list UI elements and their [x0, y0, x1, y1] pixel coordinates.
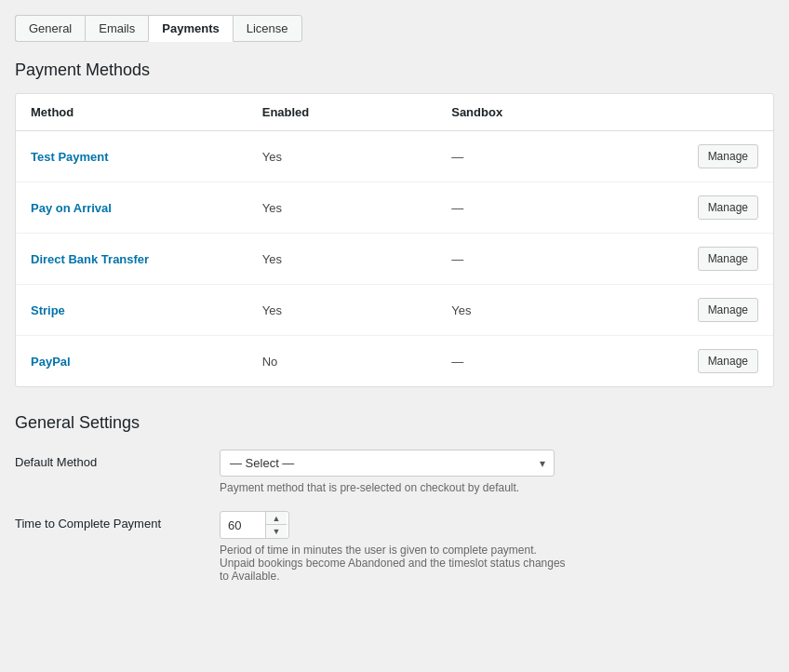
table-row: Direct Bank Transfer Yes — Manage [16, 234, 773, 285]
enabled-cell-test-payment: Yes [247, 131, 437, 182]
time-to-complete-input-row: ▲ ▼ [220, 511, 289, 539]
manage-button-direct-bank-transfer[interactable]: Manage [698, 247, 758, 271]
time-to-complete-input[interactable] [221, 514, 265, 537]
default-method-select-wrapper: — Select —Test PaymentPay on ArrivalDire… [220, 450, 555, 477]
default-method-control: — Select —Test PaymentPay on ArrivalDire… [220, 450, 774, 494]
table-row: Test Payment Yes — Manage [16, 131, 773, 182]
payment-methods-table: Method Enabled Sandbox Test Payment Yes … [16, 94, 773, 386]
tab-general[interactable]: General [15, 15, 85, 42]
manage-button-paypal[interactable]: Manage [698, 349, 758, 373]
manage-button-pay-on-arrival[interactable]: Manage [698, 195, 758, 220]
enabled-cell-stripe: Yes [247, 285, 437, 336]
time-to-complete-label: Time to Complete Payment [15, 511, 201, 531]
col-header-manage [647, 94, 773, 131]
sandbox-cell-paypal: — [436, 336, 647, 387]
col-header-method: Method [16, 94, 247, 131]
payment-methods-title: Payment Methods [15, 60, 774, 80]
col-header-sandbox: Sandbox [436, 94, 647, 131]
page-wrapper: General Emails Payments License Payment … [0, 0, 789, 672]
method-link-direct-bank-transfer[interactable]: Direct Bank Transfer [31, 252, 149, 266]
general-settings-title: General Settings [15, 413, 774, 433]
col-header-enabled: Enabled [247, 94, 437, 131]
sandbox-cell-test-payment: — [436, 131, 647, 182]
enabled-cell-direct-bank-transfer: Yes [247, 234, 437, 285]
table-header-row: Method Enabled Sandbox [16, 94, 773, 131]
sandbox-cell-stripe: Yes [436, 285, 647, 336]
method-link-stripe[interactable]: Stripe [31, 303, 65, 317]
default-method-label: Default Method [15, 450, 201, 469]
table-row: Stripe Yes Yes Manage [16, 285, 773, 336]
default-method-row: Default Method — Select —Test PaymentPay… [15, 450, 774, 494]
tabs-bar: General Emails Payments License [15, 15, 774, 42]
table-row: PayPal No — Manage [16, 336, 773, 387]
tab-license[interactable]: License [233, 15, 302, 42]
time-to-complete-help: Period of time in minutes the user is gi… [220, 544, 573, 583]
tab-emails[interactable]: Emails [85, 15, 148, 42]
spinner-down-button[interactable]: ▼ [266, 525, 287, 538]
table-row: Pay on Arrival Yes — Manage [16, 182, 773, 234]
tab-payments[interactable]: Payments [148, 15, 232, 42]
spinner-up-button[interactable]: ▲ [266, 512, 287, 525]
method-link-pay-on-arrival[interactable]: Pay on Arrival [31, 201, 112, 215]
spinner-buttons: ▲ ▼ [265, 512, 287, 538]
manage-button-stripe[interactable]: Manage [698, 298, 758, 322]
method-link-test-payment[interactable]: Test Payment [31, 150, 109, 164]
sandbox-cell-direct-bank-transfer: — [436, 234, 647, 285]
enabled-cell-pay-on-arrival: Yes [247, 182, 437, 234]
time-to-complete-control: ▲ ▼ Period of time in minutes the user i… [220, 511, 774, 583]
sandbox-cell-pay-on-arrival: — [436, 182, 647, 234]
payment-methods-table-wrap: Method Enabled Sandbox Test Payment Yes … [15, 93, 774, 387]
manage-button-test-payment[interactable]: Manage [698, 144, 758, 168]
default-method-select[interactable]: — Select —Test PaymentPay on ArrivalDire… [220, 450, 555, 477]
time-to-complete-row: Time to Complete Payment ▲ ▼ Period of t… [15, 511, 774, 583]
enabled-cell-paypal: No [247, 336, 437, 387]
default-method-help: Payment method that is pre-selected on c… [220, 481, 573, 494]
method-link-paypal[interactable]: PayPal [31, 355, 71, 369]
